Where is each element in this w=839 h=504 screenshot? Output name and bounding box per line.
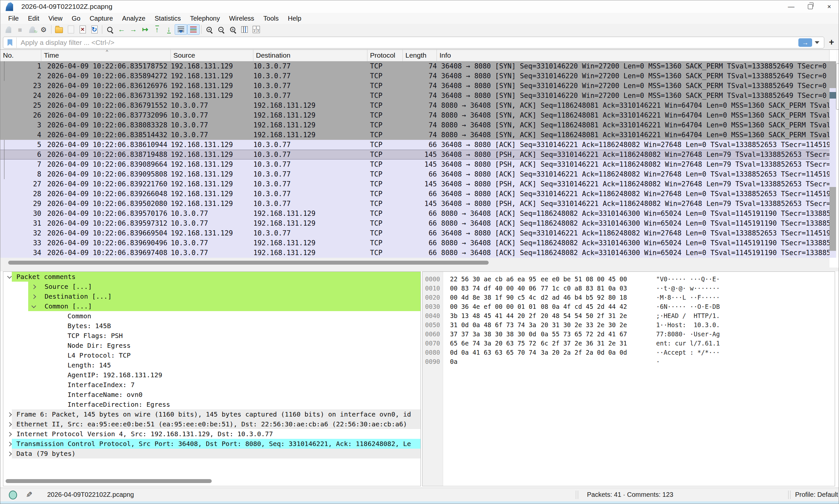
pane-splitter[interactable]: [0, 268, 839, 271]
packet-list-minimap-scrollbar[interactable]: [829, 61, 836, 258]
packet-row[interactable]: 262026-04-09 10:22:06.83773209610.3.0.77…: [0, 110, 829, 120]
menu-item-file[interactable]: File: [4, 13, 23, 24]
collapsed-chevron-icon[interactable]: [7, 442, 12, 446]
hex-row[interactable]: 005031 0d 0a 48 6f 73 74 3a20 31 30 2e 3…: [422, 320, 835, 329]
resize-columns-button[interactable]: [239, 24, 250, 34]
packet-row[interactable]: 312026-04-09 10:22:06.83959731210.3.0.77…: [0, 218, 829, 228]
column-header-length[interactable]: Length: [403, 50, 437, 61]
packet-row[interactable]: 272026-04-09 10:22:06.839221760192.168.1…: [0, 179, 829, 189]
packet-row[interactable]: 12026-04-09 10:22:06.835178752192.168.13…: [0, 61, 829, 71]
colorize-toggle[interactable]: [187, 24, 199, 35]
packet-row[interactable]: 72026-04-09 10:22:06.839089664192.168.13…: [0, 160, 829, 169]
expanded-chevron-icon[interactable]: [7, 274, 12, 279]
close-button[interactable]: ×: [820, 0, 839, 13]
detail-row[interactable]: Length: 145: [3, 360, 420, 370]
open-file-button[interactable]: [53, 24, 65, 34]
menu-item-help[interactable]: Help: [283, 13, 306, 24]
details-hscrollbar-thumb[interactable]: [5, 479, 212, 483]
filter-bookmark-button[interactable]: [3, 37, 17, 48]
packet-list-hscrollbar[interactable]: [0, 258, 829, 268]
display-filter-input[interactable]: [17, 38, 798, 47]
detail-row[interactable]: InterfaceDirection: Egress: [3, 399, 420, 409]
detail-row[interactable]: Common: [3, 311, 420, 321]
hex-row[interactable]: 00900a·: [422, 357, 835, 366]
filter-dropdown-chevron-icon[interactable]: [815, 41, 819, 44]
packet-row[interactable]: 342026-04-09 10:22:06.83969740810.3.0.77…: [0, 248, 829, 258]
collapsed-chevron-icon[interactable]: [7, 412, 12, 417]
menu-item-analyze[interactable]: Analyze: [118, 13, 150, 24]
column-header-info[interactable]: Info: [437, 50, 829, 61]
detail-row[interactable]: InterfaceName: ovn0: [3, 390, 420, 399]
menu-item-go[interactable]: Go: [67, 13, 85, 24]
detail-row[interactable]: Internet Protocol Version 4, Src: 192.16…: [3, 429, 420, 439]
menu-item-capture[interactable]: Capture: [85, 13, 117, 24]
packet-row[interactable]: 332026-04-09 10:22:06.83969049610.3.0.77…: [0, 238, 829, 248]
close-file-button[interactable]: ✕: [77, 24, 88, 34]
go-to-bottom-button[interactable]: ↓: [163, 24, 175, 34]
hex-row[interactable]: 002000 4d 8e 38 1f 90 c5 4cd2 ad 46 b4 b…: [422, 293, 835, 302]
packet-row[interactable]: 302026-04-09 10:22:06.83957017610.3.0.77…: [0, 209, 829, 218]
layout-columns-button[interactable]: 123: [250, 24, 262, 34]
go-to-top-button[interactable]: ↑: [151, 24, 163, 34]
detail-row[interactable]: Source [...]: [3, 282, 420, 291]
zoom-in-button[interactable]: +: [203, 24, 215, 34]
go-to-packet-button[interactable]: ↦: [139, 24, 151, 34]
packet-row[interactable]: 82026-04-09 10:22:06.839095808192.168.13…: [0, 169, 829, 179]
reload-file-button[interactable]: ↻: [88, 24, 100, 34]
detail-row[interactable]: Bytes: 145B: [3, 321, 420, 331]
hex-row[interactable]: 006037 37 3a 38 30 38 30 0d0a 55 73 65 7…: [422, 329, 835, 339]
menu-item-telephony[interactable]: Telephony: [186, 13, 225, 24]
menu-item-statistics[interactable]: Statistics: [150, 13, 186, 24]
packet-row[interactable]: 242026-04-09 10:22:06.836731392192.168.1…: [0, 91, 829, 101]
go-forward-button[interactable]: →: [127, 24, 139, 34]
packet-row[interactable]: 52026-04-09 10:22:06.838610944192.168.13…: [0, 140, 829, 150]
detail-row[interactable]: L4 Protocol: TCP: [3, 350, 420, 360]
add-filter-button-plus[interactable]: +: [829, 38, 834, 47]
status-profile[interactable]: Profile: Default: [795, 491, 838, 499]
detail-row[interactable]: Packet comments: [3, 272, 420, 282]
collapsed-chevron-icon[interactable]: [7, 432, 12, 436]
detail-row[interactable]: Frame 6: Packet, 145 bytes on wire (1160…: [3, 409, 420, 419]
menu-item-edit[interactable]: Edit: [23, 13, 43, 24]
restore-button[interactable]: [801, 0, 820, 13]
detail-row[interactable]: TCP Flags: PSH: [3, 331, 420, 341]
find-packet-button[interactable]: [104, 24, 116, 34]
detail-row[interactable]: InterfaceIndex: 7: [3, 380, 420, 390]
menu-item-wireless[interactable]: Wireless: [225, 13, 259, 24]
capture-options-button[interactable]: ⚙: [38, 24, 50, 34]
menu-item-view[interactable]: View: [44, 13, 67, 24]
detail-row[interactable]: Common [...]: [3, 301, 420, 311]
column-header-protocol[interactable]: Protocol: [367, 50, 403, 61]
collapsed-chevron-icon[interactable]: [7, 422, 12, 427]
collapsed-chevron-icon[interactable]: [7, 452, 12, 456]
hex-row[interactable]: 007065 6e 74 3a 20 63 75 726c 2f 37 2e 3…: [422, 339, 835, 348]
hex-row[interactable]: 00403b 13 48 45 41 44 20 2f20 48 54 54 5…: [422, 311, 835, 320]
detail-row[interactable]: Destination [...]: [3, 291, 420, 301]
detail-row[interactable]: AgentIP: 192.168.131.129: [3, 370, 420, 380]
detail-row[interactable]: Transmission Control Protocol, Src Port:…: [3, 439, 420, 449]
packet-list-hscrollbar-thumb[interactable]: [8, 261, 489, 265]
hex-row[interactable]: 00800d 0a 41 63 63 65 70 743a 20 2a 2f 2…: [422, 348, 835, 357]
column-header-source[interactable]: Source: [171, 50, 254, 61]
detail-row[interactable]: Ethernet II, Src: ea:95:ee:e0:be:51 (ea:…: [3, 419, 420, 429]
zoom-original-button[interactable]: =: [227, 24, 239, 34]
column-header-destination[interactable]: Destination: [254, 50, 367, 61]
hex-row[interactable]: 001000 83 74 df 40 00 40 0677 1c c0 a8 8…: [422, 284, 835, 293]
apply-filter-button[interactable]: →: [798, 38, 812, 47]
detail-row[interactable]: Node Dir: Egress: [3, 341, 420, 350]
column-header-no[interactable]: No.: [0, 50, 41, 61]
packet-row[interactable]: 322026-04-09 10:22:06.839669504192.168.1…: [0, 228, 829, 238]
detail-row[interactable]: Data (79 bytes): [3, 449, 420, 458]
packet-row[interactable]: 62026-04-09 10:22:06.838719488192.168.13…: [0, 150, 829, 160]
hex-row[interactable]: 000022 56 30 ae cb a6 ea 95ee e0 be 51 0…: [422, 274, 835, 284]
packet-row[interactable]: 232026-04-09 10:22:06.836126976192.168.1…: [0, 81, 829, 91]
packet-row[interactable]: 282026-04-09 10:22:06.839266048192.168.1…: [0, 189, 829, 199]
packet-row[interactable]: 32026-04-09 10:22:06.83808332810.3.0.771…: [0, 120, 829, 130]
minimize-button[interactable]: —: [782, 0, 801, 13]
menu-item-tools[interactable]: Tools: [259, 13, 283, 24]
zoom-out-button[interactable]: −: [215, 24, 227, 34]
packet-row[interactable]: 252026-04-09 10:22:06.83679155210.3.0.77…: [0, 101, 829, 110]
packet-row[interactable]: 22026-04-09 10:22:06.835894272192.168.13…: [0, 71, 829, 81]
vertical-scrollbar-thumb[interactable]: [836, 63, 839, 110]
packet-row[interactable]: 42026-04-09 10:22:06.83851443210.3.0.771…: [0, 130, 829, 140]
